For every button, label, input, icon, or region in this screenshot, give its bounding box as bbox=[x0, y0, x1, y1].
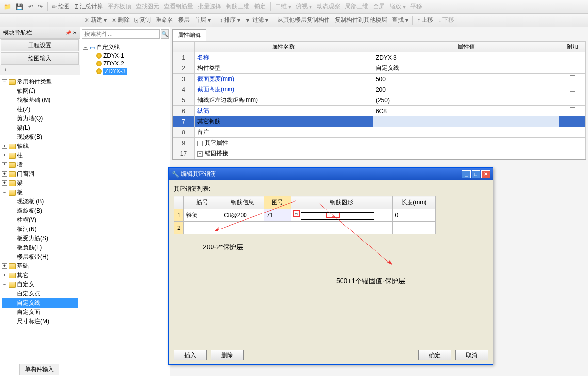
undo-icon[interactable]: ↶ bbox=[26, 2, 35, 11]
tree-item-custom-2[interactable]: 自定义面 bbox=[2, 308, 78, 317]
rebar-row-1[interactable]: 1 箍筋 C8@200 71 H L 0 bbox=[174, 209, 436, 222]
search-button[interactable]: 🔍 bbox=[161, 29, 169, 39]
checkbox[interactable] bbox=[570, 65, 575, 70]
new-button[interactable]: ✳ 新建 ▾ bbox=[82, 15, 109, 25]
pan-button[interactable]: 平移 bbox=[408, 1, 424, 12]
draw-button[interactable]: ✏ 绘图 bbox=[50, 1, 72, 12]
collapse-icon[interactable]: − bbox=[2, 79, 7, 84]
dynamic-view-button[interactable]: 动态观察 bbox=[315, 1, 342, 12]
lock-button[interactable]: 锁定 bbox=[252, 1, 268, 12]
mini-minus-icon[interactable]: − bbox=[12, 66, 19, 74]
cell-shape[interactable]: H L bbox=[291, 209, 392, 222]
sort-button[interactable]: ↕ 排序 ▾ bbox=[218, 15, 242, 25]
zoom-button[interactable]: 缩放 ▾ bbox=[388, 1, 408, 12]
tree-group-foundation[interactable]: +基础 bbox=[2, 262, 78, 271]
tree-item-beam[interactable]: 梁(L) bbox=[2, 123, 78, 132]
pin-icon[interactable]: 📌 ✕ bbox=[65, 30, 77, 35]
view-2d-button[interactable]: 二维 ▾ bbox=[273, 1, 293, 12]
copy-to-floor-button[interactable]: 复制构件到其他楼层 bbox=[333, 15, 389, 25]
find-elem-button[interactable]: 查找图元 bbox=[134, 1, 161, 12]
checkbox[interactable] bbox=[570, 75, 575, 81]
tab-single-component[interactable]: 单构件输入 bbox=[19, 364, 59, 375]
prop-row[interactable]: 7其它钢筋 bbox=[173, 116, 586, 127]
tree-item-column[interactable]: 柱(Z) bbox=[2, 105, 78, 114]
tree-group-beam[interactable]: +梁 bbox=[2, 179, 78, 188]
cell-tuhao[interactable]: 71 bbox=[264, 209, 291, 222]
tree-item-board-3[interactable]: 板洞(N) bbox=[2, 225, 78, 234]
prop-row[interactable]: 17+锚固搭接 bbox=[173, 148, 586, 159]
cell-info[interactable]: C8@200 bbox=[221, 209, 264, 222]
prop-row[interactable]: 5轴线距左边线距离(mm)(250) bbox=[173, 95, 586, 106]
tree-item-custom-3[interactable]: 尺寸标注(M) bbox=[2, 317, 78, 326]
tree-item-raft[interactable]: 筏板基础 (M) bbox=[2, 96, 78, 105]
tab-draw-input[interactable]: 绘图输入 bbox=[1, 52, 79, 65]
copy-from-floor-button[interactable]: 从其他楼层复制构件 bbox=[276, 15, 332, 25]
summary-button[interactable]: Σ 汇总计算 bbox=[73, 1, 105, 12]
redo-icon[interactable]: ↷ bbox=[36, 2, 45, 11]
filter-button[interactable]: ▼ 过滤 ▾ bbox=[243, 15, 270, 25]
flat-top-button[interactable]: 平齐板顶 bbox=[106, 1, 133, 12]
move-up-button[interactable]: ↑ 上移 bbox=[415, 15, 435, 25]
mini-add-icon[interactable]: + bbox=[2, 66, 10, 74]
minimize-button[interactable]: _ bbox=[462, 170, 471, 178]
checkbox[interactable] bbox=[570, 97, 575, 102]
tree-group-column[interactable]: +柱 bbox=[2, 151, 78, 160]
prop-row[interactable]: 4截面高度(mm)200 bbox=[173, 84, 586, 95]
floor-select[interactable]: 首层 ▾ bbox=[193, 15, 212, 25]
tree-item-board-6[interactable]: 楼层板带(H) bbox=[2, 252, 78, 262]
maximize-button[interactable]: □ bbox=[472, 170, 480, 178]
prop-row[interactable]: 6纵筋6C8 bbox=[173, 106, 586, 116]
perspective-button[interactable]: 俯视 ▾ bbox=[294, 1, 314, 12]
tree-item-board-1[interactable]: 螺旋板(B) bbox=[2, 206, 78, 215]
tree-item-board-5[interactable]: 板负筋(F) bbox=[2, 243, 78, 252]
tree-root-common[interactable]: − 常用构件类型 bbox=[2, 77, 78, 86]
view-rebar-button[interactable]: 查看钢筋量 bbox=[162, 1, 195, 12]
tree-group-wall[interactable]: +墙 bbox=[2, 160, 78, 169]
prop-row[interactable]: 2构件类型自定义线 bbox=[173, 63, 586, 74]
search-input[interactable] bbox=[82, 29, 160, 39]
cell-length[interactable]: 0 bbox=[392, 209, 435, 222]
comp-item-3[interactable]: ZDYX-3 bbox=[83, 67, 167, 75]
cell-jin[interactable]: 箍筋 bbox=[183, 209, 221, 222]
rebar-3d-button[interactable]: 钢筋三维 bbox=[224, 1, 251, 12]
rebar-row-2[interactable]: 2 bbox=[174, 222, 436, 234]
close-button[interactable]: ✕ bbox=[481, 170, 490, 178]
tree-group-door[interactable]: +门窗洞 bbox=[2, 169, 78, 179]
cancel-button[interactable]: 取消 bbox=[455, 350, 488, 360]
checkbox[interactable] bbox=[570, 107, 575, 113]
file-open-icon[interactable]: 📁 bbox=[2, 2, 13, 11]
delete-button[interactable]: ✕ 删除 bbox=[110, 15, 131, 25]
copy-button[interactable]: ⎘ 复制 bbox=[132, 15, 153, 25]
comp-root[interactable]: − ▭ 自定义线 bbox=[83, 43, 167, 52]
tree-group-axis[interactable]: +轴线 bbox=[2, 142, 78, 151]
tree-item-board-2[interactable]: 柱帽(V) bbox=[2, 215, 78, 225]
tree-group-other[interactable]: +其它 bbox=[2, 271, 78, 280]
local-3d-button[interactable]: 局部三维 bbox=[343, 1, 370, 12]
rename-button[interactable]: 重命名 bbox=[154, 15, 175, 25]
prop-row[interactable]: 8备注 bbox=[173, 127, 586, 138]
tree-item-custom-0[interactable]: 自定义点 bbox=[2, 289, 78, 298]
comp-item-2[interactable]: ZDYX-2 bbox=[83, 60, 167, 67]
prop-row[interactable]: 1名称ZDYX-3 bbox=[173, 52, 586, 63]
insert-button[interactable]: 插入 bbox=[174, 350, 207, 360]
ok-button[interactable]: 确定 bbox=[418, 350, 451, 360]
tree-item-axis[interactable]: 轴网(J) bbox=[2, 86, 78, 96]
move-down-button[interactable]: ↓ 下移 bbox=[436, 15, 456, 25]
find-button[interactable]: 查找 ▾ bbox=[390, 15, 410, 25]
fullscreen-button[interactable]: 全屏 bbox=[371, 1, 387, 12]
dialog-titlebar[interactable]: 🔧 编辑其它钢筋 _ □ ✕ bbox=[169, 168, 493, 180]
prop-row[interactable]: 9+其它属性 bbox=[173, 138, 586, 148]
tree-item-custom-line[interactable]: 自定义线 bbox=[2, 298, 78, 308]
tree-group-custom[interactable]: −自定义 bbox=[2, 280, 78, 289]
tab-property-edit[interactable]: 属性编辑 bbox=[172, 29, 206, 41]
tree-item-board-0[interactable]: 现浇板 (B) bbox=[2, 197, 78, 206]
batch-select-button[interactable]: 批量选择 bbox=[196, 1, 223, 12]
prop-row[interactable]: 3截面宽度(mm)500 bbox=[173, 74, 586, 84]
dlg-delete-button[interactable]: 删除 bbox=[211, 350, 244, 360]
tree-item-board-4[interactable]: 板受力筋(S) bbox=[2, 234, 78, 243]
tree-group-board[interactable]: −板 bbox=[2, 188, 78, 197]
comp-item-1[interactable]: ZDYX-1 bbox=[83, 52, 167, 60]
tab-project-settings[interactable]: 工程设置 bbox=[1, 39, 79, 51]
save-icon[interactable]: 💾 bbox=[14, 2, 25, 11]
checkbox[interactable] bbox=[570, 86, 575, 92]
